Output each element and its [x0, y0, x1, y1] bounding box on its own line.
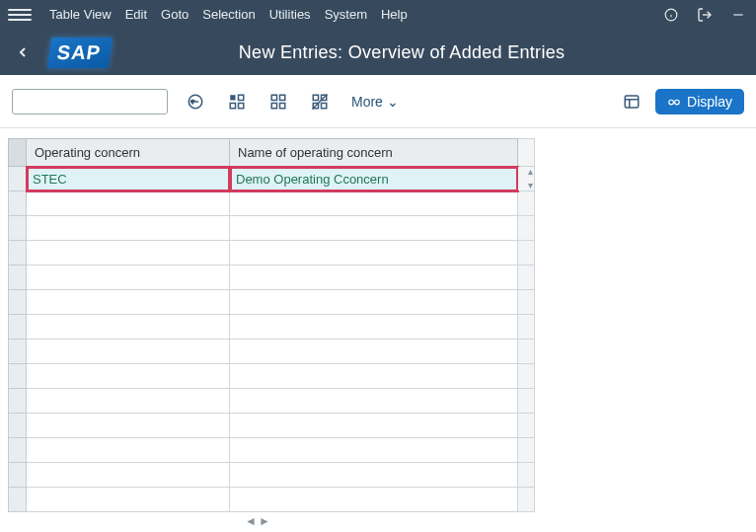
svg-rect-20	[625, 96, 639, 108]
settings-icon[interactable]	[618, 88, 645, 115]
svg-line-19	[313, 94, 328, 109]
name-input[interactable]	[230, 167, 517, 190]
table-row	[9, 241, 535, 266]
select-all-header[interactable]	[9, 139, 27, 167]
name-input[interactable]	[230, 414, 517, 437]
entries-table: Operating concern Name of operating conc…	[8, 138, 535, 512]
column-name[interactable]: Name of operating concern	[230, 139, 518, 167]
operating-concern-input[interactable]	[27, 364, 229, 388]
operating-concern-input[interactable]	[27, 241, 229, 265]
row-handle	[518, 414, 535, 438]
command-field[interactable]: ▾	[12, 89, 168, 114]
row-selector[interactable]	[9, 414, 27, 438]
table-row	[9, 266, 535, 290]
row-selector[interactable]	[9, 389, 27, 414]
row-selector[interactable]	[9, 241, 27, 266]
operating-concern-input[interactable]	[27, 216, 229, 240]
row-selector[interactable]	[9, 290, 27, 315]
svg-rect-8	[239, 95, 244, 100]
operating-concern-input[interactable]	[27, 315, 229, 339]
menu-selection[interactable]: Selection	[202, 0, 255, 30]
undo-icon[interactable]	[182, 88, 209, 115]
scroll-left-icon[interactable]: ◄	[245, 514, 257, 528]
table-row	[9, 216, 535, 241]
table-row	[9, 315, 535, 340]
row-handle	[518, 438, 535, 463]
row-selector[interactable]	[9, 364, 27, 389]
svg-rect-13	[271, 103, 276, 108]
row-handle	[518, 191, 535, 216]
row-selector[interactable]	[9, 438, 27, 463]
operating-concern-input[interactable]	[27, 340, 229, 363]
select-all-icon[interactable]	[223, 88, 251, 115]
table-row: ▴▾	[9, 167, 535, 191]
row-handle	[518, 241, 535, 266]
operating-concern-input[interactable]	[27, 488, 229, 511]
titlebar: SAP New Entries: Overview of Added Entri…	[0, 30, 756, 75]
table-row	[9, 191, 535, 216]
scroll-up-icon[interactable]: ▴	[525, 167, 535, 177]
svg-rect-10	[239, 103, 244, 108]
menu-system[interactable]: System	[325, 0, 367, 30]
row-selector[interactable]	[9, 463, 27, 488]
toolbar: ▾ More ⌄ Display	[0, 75, 756, 128]
table-row	[9, 414, 535, 438]
info-icon[interactable]	[661, 5, 681, 25]
operating-concern-input[interactable]	[27, 438, 229, 462]
name-input[interactable]	[230, 241, 517, 265]
hamburger-icon[interactable]	[8, 3, 32, 27]
menu-help[interactable]: Help	[381, 0, 408, 30]
page-title: New Entries: Overview of Added Entries	[116, 42, 746, 63]
name-input[interactable]	[230, 266, 517, 289]
row-selector[interactable]	[9, 167, 27, 191]
scroll-right-icon[interactable]: ►	[259, 514, 270, 528]
back-button[interactable]	[10, 39, 36, 65]
display-button[interactable]: Display	[655, 89, 744, 114]
column-operating-concern[interactable]: Operating concern	[27, 139, 230, 167]
scroll-down-icon[interactable]: ▾	[525, 181, 535, 190]
operating-concern-input[interactable]	[27, 389, 229, 413]
svg-rect-11	[271, 95, 276, 100]
name-input[interactable]	[230, 290, 517, 314]
operating-concern-input[interactable]	[27, 414, 229, 437]
table-container: Operating concern Name of operating conc…	[0, 128, 756, 528]
row-handle	[518, 463, 535, 488]
menu-utilities[interactable]: Utilities	[269, 0, 311, 30]
row-handle	[518, 340, 535, 364]
menu-edit[interactable]: Edit	[125, 0, 147, 30]
exit-icon[interactable]	[695, 5, 715, 25]
table-row	[9, 438, 535, 463]
menu-table-view[interactable]: Table View	[49, 0, 112, 30]
row-selector[interactable]	[9, 191, 27, 216]
more-button[interactable]: More ⌄	[351, 94, 399, 110]
row-selector[interactable]	[9, 340, 27, 364]
name-input[interactable]	[230, 463, 517, 487]
menu-goto[interactable]: Goto	[161, 0, 189, 30]
name-input[interactable]	[230, 315, 517, 339]
operating-concern-input[interactable]	[27, 266, 229, 289]
select-block-icon[interactable]	[265, 88, 292, 115]
name-input[interactable]	[230, 191, 517, 215]
svg-rect-9	[230, 103, 235, 108]
name-input[interactable]	[230, 364, 517, 388]
name-input[interactable]	[230, 488, 517, 511]
row-selector[interactable]	[9, 266, 27, 290]
command-input[interactable]	[13, 94, 190, 109]
table-row	[9, 340, 535, 364]
name-input[interactable]	[230, 216, 517, 240]
chevron-down-icon: ⌄	[387, 94, 399, 110]
row-handle	[518, 266, 535, 290]
name-input[interactable]	[230, 389, 517, 413]
operating-concern-input[interactable]	[27, 463, 229, 487]
name-input[interactable]	[230, 438, 517, 462]
operating-concern-input[interactable]	[27, 191, 229, 215]
row-handle	[518, 216, 535, 241]
row-selector[interactable]	[9, 315, 27, 340]
minimize-icon[interactable]	[728, 5, 748, 25]
row-selector[interactable]	[9, 488, 27, 512]
row-selector[interactable]	[9, 216, 27, 241]
name-input[interactable]	[230, 340, 517, 363]
operating-concern-input[interactable]	[27, 167, 229, 190]
deselect-all-icon[interactable]	[306, 88, 334, 115]
operating-concern-input[interactable]	[27, 290, 229, 314]
